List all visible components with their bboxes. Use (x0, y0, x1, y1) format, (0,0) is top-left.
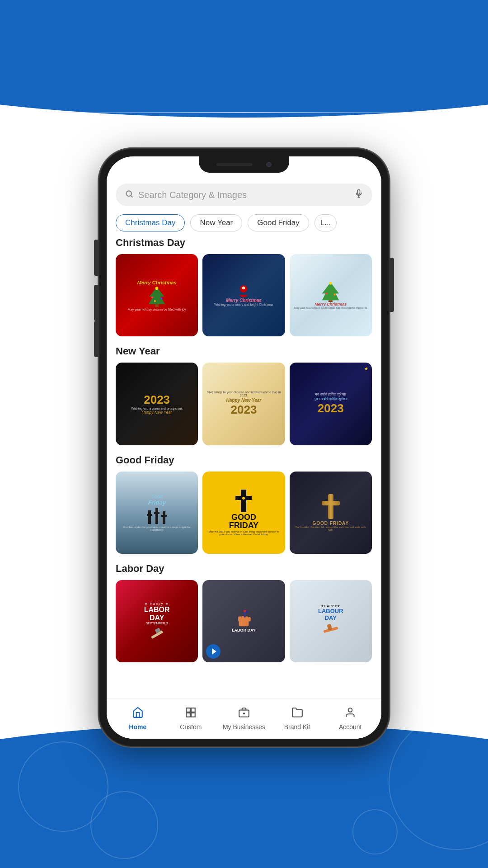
goodfriday-title: Good Friday (116, 454, 372, 466)
nav-account-label: Account (339, 723, 362, 731)
christmas-sub-2: Wishing you a merry and bright Christmas (214, 303, 273, 306)
phone-frame: Search Category & Images Ch (99, 149, 389, 746)
goodfriday-card-3-content: GOOD FRIDAY Be thankful, Be merciful, ac… (290, 472, 372, 554)
star-decoration: ★ (364, 366, 368, 371)
svg-rect-2 (358, 190, 360, 194)
cross-1 (147, 510, 152, 524)
search-icon (125, 189, 134, 201)
bottom-nav: Home Custom (107, 698, 381, 739)
christmas-section: Christmas Day Merry Christmas (116, 237, 372, 336)
laborday-card-3[interactable]: ★HAPPY★ LABOURDAY (290, 580, 372, 662)
newyear-card-1-content: 2023 Wishing you a warm and prosperous H… (116, 363, 198, 445)
cross-2 (154, 508, 160, 524)
svg-point-8 (151, 296, 153, 298)
svg-point-10 (154, 300, 156, 302)
chip-more[interactable]: L... (314, 214, 337, 231)
svg-rect-6 (155, 304, 159, 307)
svg-point-37 (348, 708, 352, 712)
christmas-label-3: Merry Christmas (314, 302, 347, 307)
svg-point-16 (326, 292, 328, 295)
phone-wrapper: Search Category & Images Ch (99, 149, 389, 746)
laborday-card-2[interactable]: LABOR DAY (202, 580, 285, 662)
notch-camera (266, 162, 272, 167)
chip-newyear[interactable]: New Year (190, 214, 242, 231)
chip-christmas[interactable]: Christmas Day (116, 214, 185, 231)
santa-svg (235, 284, 253, 298)
deco-circle-1 (389, 714, 488, 850)
goodfriday-sub-3: Be thankful, Be merciful, accept the sac… (293, 526, 368, 531)
christmas-card-2[interactable]: Merry Christmas Wishing you a merry and … (202, 254, 285, 336)
nav-brandkit-label: Brand Kit (284, 723, 310, 731)
christmas-card-1-content: Merry Christmas Ma (116, 254, 198, 336)
christmas-sub-3: May your hearts have a Christmas full of… (294, 307, 367, 309)
goodfriday-card-1[interactable]: Good Friday (116, 472, 198, 554)
goodfriday-card-1-content: Good Friday (116, 472, 198, 554)
laborday-label-2: LABOR DAY (232, 628, 256, 632)
main-scroll[interactable]: Christmas Day Merry Christmas (107, 237, 381, 698)
year-text-2: 2023 (231, 403, 257, 417)
home-icon (132, 707, 144, 722)
svg-point-15 (329, 282, 332, 284)
deco-circle-3 (90, 791, 158, 859)
goodfriday-label-3: GOOD FRIDAY (312, 521, 349, 526)
hammer-svg (149, 627, 165, 640)
svg-point-7 (155, 287, 159, 290)
deco-circle-4 (352, 809, 398, 854)
christmas-card-3[interactable]: Merry Christmas May your hearts have a C… (290, 254, 372, 336)
newyear-title: New Year (116, 345, 372, 357)
christmas-card-3-content: Merry Christmas May your hearts have a C… (290, 254, 372, 336)
goodfriday-card-3[interactable]: GOOD FRIDAY Be thankful, Be merciful, ac… (290, 472, 372, 554)
nav-custom-label: Custom (180, 723, 202, 731)
christmas-sub-1: May your holiday season be filled with j… (128, 308, 186, 311)
notch (199, 156, 289, 173)
newyear-sub-1: Wishing you a warm and prosperous (131, 407, 183, 410)
svg-point-27 (246, 611, 248, 613)
chip-goodfriday[interactable]: Good Friday (248, 214, 309, 231)
christmas-card-1[interactable]: Merry Christmas Ma (116, 254, 198, 336)
laborday-card-1-content: ★ Happy ★ LABORDAY SEPTEMBER 3 (116, 580, 198, 662)
phone-screen: Search Category & Images Ch (107, 156, 381, 739)
bottom-spacer (116, 671, 372, 680)
nav-account[interactable]: Account (324, 707, 377, 731)
svg-rect-30 (187, 708, 191, 712)
newyear-card-3[interactable]: नव वर्षाचे हार्दिक शुभेच्छा नूतन वर्षाचे… (290, 363, 372, 445)
play-button[interactable] (206, 644, 221, 659)
year-text-1: 2023 (144, 393, 170, 407)
svg-point-9 (160, 297, 162, 299)
goodfriday-section: Good Friday Good Friday (116, 454, 372, 554)
newyear-card-2[interactable]: Give wings to your dreams and let them c… (202, 363, 285, 445)
goodfriday-cross-yellow (235, 490, 252, 512)
laborday-grid: ★ Happy ★ LABORDAY SEPTEMBER 3 (116, 580, 372, 662)
goodfriday-label-1a: Good (151, 494, 162, 499)
svg-rect-21 (238, 617, 241, 622)
search-bar[interactable]: Search Category & Images (116, 184, 372, 206)
play-triangle (212, 648, 216, 655)
christmas-tree-svg-3 (320, 282, 341, 302)
happy-new-year-2: Happy New Year (226, 398, 262, 403)
nav-home[interactable]: Home (111, 707, 164, 731)
christmas-title: Christmas Day (116, 237, 372, 249)
title-divider (36, 112, 452, 113)
newyear-card-1[interactable]: 2023 Wishing you a warm and prosperous H… (116, 363, 198, 445)
laborday-title-text: LABORDAY (144, 606, 170, 622)
svg-rect-24 (248, 617, 251, 621)
notch-speaker (216, 163, 253, 166)
screen-content: Search Category & Images Ch (107, 156, 381, 739)
page-title: FESTIVAL POSTS FOR SOCIAL MEDIA (0, 54, 488, 81)
search-placeholder[interactable]: Search Category & Images (138, 190, 350, 200)
goodfriday-cross-gold (322, 494, 340, 519)
account-icon (344, 707, 356, 722)
laborday-section: Labor Day ★ Happy ★ LABORDAY SEPTEMBER 3 (116, 563, 372, 662)
nav-mybusinesses-label: My Businesses (223, 723, 265, 731)
goodfriday-sub-1: God has a plan for you human need is alw… (119, 526, 194, 531)
svg-line-1 (131, 195, 133, 197)
mic-icon[interactable] (354, 189, 363, 201)
nav-brandkit[interactable]: Brand Kit (271, 707, 324, 731)
nav-mybusinesses[interactable]: My Businesses (217, 707, 271, 731)
laborday-card-1[interactable]: ★ Happy ★ LABORDAY SEPTEMBER 3 (116, 580, 198, 662)
custom-icon (185, 707, 197, 722)
svg-marker-13 (322, 282, 339, 300)
laborday-card-2-content: LABOR DAY (202, 580, 285, 662)
goodfriday-card-2[interactable]: GOODFRIDAY May the 2023 you believe in G… (202, 472, 285, 554)
nav-custom[interactable]: Custom (164, 707, 218, 731)
